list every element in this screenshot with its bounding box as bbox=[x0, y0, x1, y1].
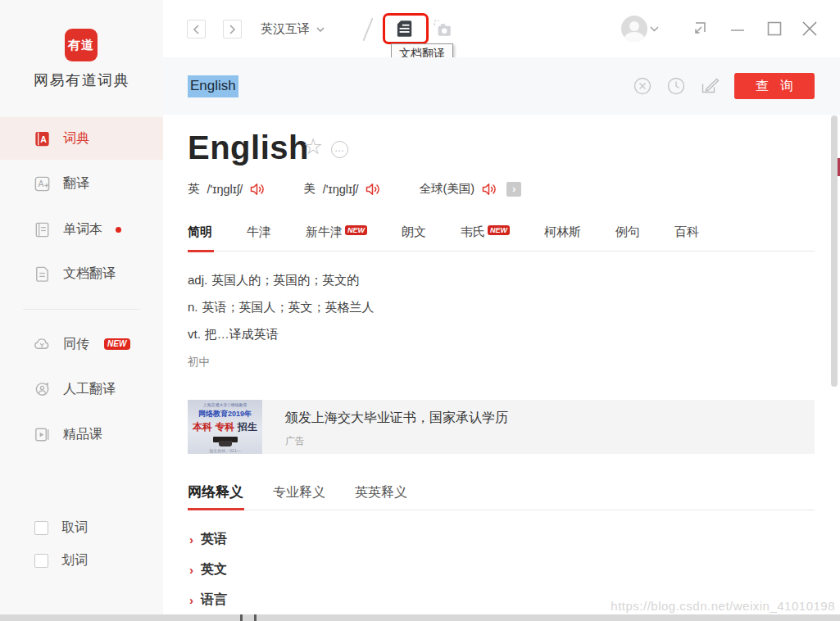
app-name: 网易有道词典 bbox=[0, 70, 163, 90]
pronunciation-row: 英 /'ɪŋglɪʃ/ 美 /'ɪŋglɪʃ/ 全球(美国) › bbox=[188, 181, 521, 197]
chevron-left-icon bbox=[193, 25, 200, 34]
tab-longman[interactable]: 朗文 bbox=[402, 224, 426, 240]
handwriting-icon bbox=[701, 77, 720, 95]
mini-mode-button[interactable] bbox=[689, 18, 711, 39]
web-item-label: 语言 bbox=[201, 592, 227, 609]
maximize-button[interactable] bbox=[764, 18, 785, 39]
tab-english-definitions[interactable]: 英英释义 bbox=[355, 484, 407, 501]
active-web-tab-indicator bbox=[188, 508, 244, 510]
translate-icon: A bbox=[33, 175, 52, 193]
pron-us: 美 /'ɪŋglɪʃ/ bbox=[303, 181, 381, 197]
speaker-icon[interactable] bbox=[366, 183, 381, 196]
sidebar-item-translate[interactable]: A 翻译 bbox=[0, 162, 163, 205]
chevron-right-icon: › bbox=[189, 564, 193, 576]
tab-collins[interactable]: 柯林斯 bbox=[544, 224, 581, 240]
tab-professional-definitions[interactable]: 专业释义 bbox=[273, 484, 325, 501]
definition-text: 把…译成英语 bbox=[205, 327, 279, 341]
ad-thumb-header: 上海交通大学 | 继续教育 bbox=[202, 402, 247, 407]
web-item-label: 英文 bbox=[201, 561, 227, 578]
graduation-cap-image bbox=[213, 437, 238, 442]
sidebar-item-dictionary[interactable]: A 词典 bbox=[0, 117, 163, 160]
sidebar-item-simultaneous[interactable]: 同传 NEW bbox=[0, 323, 163, 365]
person-chat-icon bbox=[33, 380, 52, 399]
dictionary-tabs: 简明 牛津 新牛津NEW 朗文 韦氏NEW 柯林斯 例句 百科 bbox=[188, 224, 699, 240]
more-options-icon[interactable]: … bbox=[331, 141, 348, 158]
tab-concise[interactable]: 简明 bbox=[188, 224, 212, 240]
language-mode-dropdown[interactable]: 英汉互译 bbox=[261, 21, 325, 37]
toggle-label: 取词 bbox=[61, 519, 88, 537]
user-icon bbox=[629, 21, 639, 31]
tab-oxford[interactable]: 牛津 bbox=[247, 224, 271, 240]
toolbar-separator bbox=[362, 18, 373, 42]
sidebar-item-human-translate[interactable]: 人工翻译 bbox=[0, 368, 163, 410]
search-button[interactable]: 查 询 bbox=[734, 73, 815, 99]
pron-uk: 英 /'ɪŋglɪʃ/ bbox=[188, 181, 266, 197]
speaker-icon[interactable] bbox=[250, 183, 266, 196]
minimize-button[interactable] bbox=[727, 18, 748, 39]
pron-uk-label: 英 bbox=[188, 181, 200, 197]
favorite-star-icon[interactable]: ☆ bbox=[303, 136, 323, 158]
account-chevron-icon[interactable] bbox=[650, 26, 659, 32]
camera-icon bbox=[432, 18, 453, 39]
svg-text:A: A bbox=[39, 178, 44, 188]
web-item-label: 英语 bbox=[201, 531, 227, 548]
wordbook-icon bbox=[33, 220, 52, 239]
watermark: https://blog.csdn.net/weixin_41010198 bbox=[611, 599, 835, 613]
sidebar-item-premium-course[interactable]: 精品课 bbox=[0, 413, 163, 456]
document-icon bbox=[33, 265, 52, 283]
clear-search-button[interactable] bbox=[633, 77, 652, 95]
pron-us-phonetic: /'ɪŋglɪʃ/ bbox=[323, 183, 359, 196]
youdao-logo: 有道 bbox=[65, 29, 98, 61]
ad-thumb-phone: 报名热线：021— bbox=[209, 448, 240, 453]
definition-row: vt.把…译成英语 bbox=[188, 327, 279, 342]
screenshot-button[interactable] bbox=[432, 18, 453, 39]
speaker-icon[interactable] bbox=[482, 183, 497, 196]
highlight-word-checkbox[interactable] bbox=[34, 554, 48, 568]
expand-pron-button[interactable]: › bbox=[506, 182, 521, 197]
clock-icon bbox=[667, 77, 685, 95]
avatar[interactable] bbox=[621, 16, 647, 42]
ad-banner[interactable]: 上海交通大学 | 继续教育 网络教育2019年 本科 专科 招生 报名热线：02… bbox=[188, 400, 815, 454]
definition-row: n.英语；英国人；英文；英格兰人 bbox=[188, 300, 375, 315]
sidebar-item-label: 单词本 bbox=[63, 221, 102, 238]
ad-title[interactable]: 颁发上海交大毕业证书，国家承认学历 bbox=[285, 410, 508, 427]
sidebar-item-label: 同传 bbox=[63, 336, 89, 353]
chevron-right-icon: › bbox=[189, 533, 193, 546]
sidebar-item-wordbook[interactable]: 单词本 bbox=[0, 208, 163, 251]
handwriting-button[interactable] bbox=[701, 77, 719, 95]
capture-word-toggle[interactable]: 取词 bbox=[0, 516, 163, 539]
tabs-underline bbox=[188, 251, 815, 252]
search-input[interactable]: English bbox=[188, 75, 238, 97]
chevron-right-icon bbox=[229, 25, 236, 34]
toggle-label: 划词 bbox=[61, 552, 88, 569]
web-definition-item[interactable]: › 语言 bbox=[189, 592, 227, 609]
sidebar-item-doc-translate[interactable]: 文档翻译 bbox=[0, 252, 163, 295]
close-button[interactable] bbox=[799, 18, 820, 39]
pron-global-label: 全球(美国) bbox=[419, 181, 474, 197]
new-badge: NEW bbox=[104, 338, 130, 350]
scrollbar-thumb[interactable] bbox=[831, 116, 838, 387]
tab-new-oxford[interactable]: 新牛津NEW bbox=[306, 224, 367, 240]
new-badge: NEW bbox=[345, 225, 367, 235]
youdao-logo-text: 有道 bbox=[68, 38, 94, 53]
tab-examples[interactable]: 例句 bbox=[615, 224, 640, 240]
back-button[interactable] bbox=[187, 20, 206, 39]
history-button[interactable] bbox=[667, 77, 685, 95]
level-tag: 初中 bbox=[188, 355, 210, 369]
bottom-edge-strip bbox=[0, 614, 840, 621]
web-definition-item[interactable]: › 英文 bbox=[189, 561, 227, 578]
highlight-word-toggle[interactable]: 划词 bbox=[0, 549, 163, 572]
ad-thumb-line1: 网络教育2019年 bbox=[198, 409, 252, 419]
tab-webster[interactable]: 韦氏NEW bbox=[461, 224, 510, 240]
pron-global: 全球(美国) › bbox=[419, 181, 521, 197]
pron-uk-phonetic: /'ɪŋglɪʃ/ bbox=[207, 183, 243, 196]
svg-text:A: A bbox=[40, 134, 47, 144]
forward-button[interactable] bbox=[223, 20, 242, 39]
chevron-right-icon: › bbox=[189, 594, 193, 606]
tab-web-definitions[interactable]: 网络释义 bbox=[188, 483, 243, 501]
web-definition-item[interactable]: › 英语 bbox=[189, 531, 227, 548]
capture-word-checkbox[interactable] bbox=[34, 521, 48, 535]
tab-baike[interactable]: 百科 bbox=[674, 224, 699, 240]
play-course-icon bbox=[33, 425, 52, 444]
sidebar-item-label: 文档翻译 bbox=[63, 265, 116, 283]
